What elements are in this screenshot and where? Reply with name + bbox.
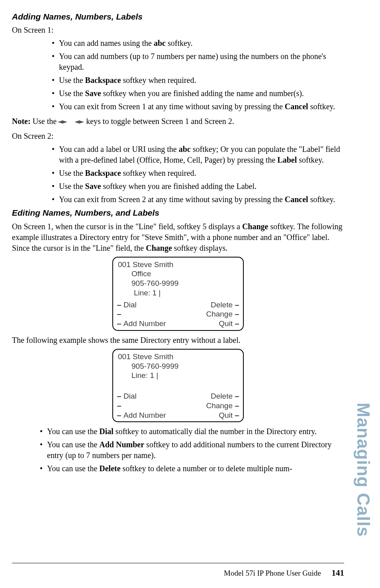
softkey-indicator-icon [117,305,121,306]
note-line: Note: Use the [12,116,344,128]
softkey-indicator-icon [235,396,239,397]
text: You can use the [47,427,99,436]
softkey-change: Change [206,401,233,410]
svg-rect-8 [76,121,77,123]
text-bold: Delete [99,464,120,473]
phone-screen-b: 001 Steve Smith 905-760-9999 Line: 1 | D… [112,349,244,423]
side-tab-text: Managing Calls [351,403,375,537]
list-item: You can use the Delete softkey to delete… [40,463,344,474]
softkey-indicator-icon [117,415,121,416]
text: Use the [59,76,85,85]
text: Use the [31,117,59,126]
text: Use the [59,169,85,177]
text-bold: Backspace [85,76,121,85]
footer-title: Model 57i IP Phone User Guide [224,569,321,577]
text: softkey when required. [121,76,196,85]
text: You can exit from Screen 1 at any time w… [59,102,285,111]
softkey-add-number: Add Number [123,411,166,419]
svg-rect-12 [81,121,82,123]
heading-adding: Adding Names, Numbers, Labels [12,11,344,22]
svg-rect-6 [66,122,67,122]
list-item: You can use the Dial softkey to automati… [40,426,344,437]
softkey-indicator-icon [235,406,239,407]
text-bold: Save [85,182,101,191]
list-item: Use the Save softkey when you are finish… [52,181,344,192]
softkey-indicator-icon [235,324,239,324]
text: Use the [59,89,85,98]
softkey-quit: Quit [219,319,233,328]
svg-rect-11 [80,121,81,123]
text: You can add a label or URI using the [59,145,179,153]
text: softkey displays. [172,244,227,252]
softkey-add-number: Add Number [123,319,166,328]
text: You can add numbers (up to 7 numbers per… [59,52,326,71]
phone-screen-a: 001 Steve Smith Office 905-760-9999 Line… [112,257,244,331]
text: softkey. [297,155,324,164]
text-bold: Cancel [285,195,308,204]
svg-rect-0 [59,122,59,122]
text: Use the [59,182,85,191]
text: keys to toggle between Screen 1 and Scre… [86,117,234,126]
screen-line: 001 Steve Smith [117,352,239,362]
editing-paragraph: On Screen 1, when the cursor is in the "… [12,221,344,254]
text: You can exit from Screen 2 at any time w… [59,195,285,204]
list-item: You can exit from Screen 2 at any time w… [52,194,344,205]
nav-right-icon [75,117,84,128]
screen-line: 001 Steve Smith [117,260,239,269]
on-screen-1-label: On Screen 1: [12,25,344,35]
softkey-quit: Quit [219,411,233,419]
screen-line: 905-760-9999 [117,279,239,288]
page-footer: Model 57i IP Phone User Guide 141 [12,563,344,578]
list-item: Use the Backspace softkey when required. [52,75,344,86]
softkey-indicator-icon [117,324,121,324]
svg-rect-9 [78,121,78,123]
svg-rect-2 [61,121,62,123]
list-item: You can add names using the abc softkey. [52,38,344,49]
text-bold: Label [277,155,297,164]
list-item: Use the Backspace softkey when required. [52,168,344,179]
text-bold: Save [85,89,101,98]
softkey-delete: Delete [211,392,233,400]
softkey-indicator-icon [117,406,121,407]
svg-rect-3 [62,120,63,124]
between-paragraph: The following example shows the same Dir… [12,335,344,346]
text: softkey when you are finished adding the… [101,89,304,98]
text-bold: abc [154,39,166,47]
svg-rect-4 [63,121,64,123]
text: softkey. [166,39,193,47]
text: softkey to delete a number or to delete … [121,464,292,473]
softkey-delete: Delete [211,301,233,309]
text-bold: Cancel [285,102,308,111]
note-prefix: Note: [12,117,31,126]
softkey-indicator-icon [235,314,239,315]
screen1-bullets: You can add names using the abc softkey.… [12,38,344,112]
text: You can use the [47,464,99,473]
softkey-indicator-icon [117,396,121,397]
softkey-dial: Dial [123,392,137,400]
softkey-indicator-icon [235,415,239,416]
text: You can use the [47,440,99,449]
list-item: Use the Save softkey when you are finish… [52,88,344,99]
text: softkey. [308,195,335,204]
text-bold: Change [242,222,268,231]
list-item: You can add numbers (up to 7 numbers per… [52,51,344,73]
screen-line: Line: 1 | [117,371,239,380]
text: You can add names using the [59,39,154,47]
list-item: You can exit from Screen 1 at any time w… [52,101,344,112]
screen-line: Line: 1 | [117,288,239,298]
softkey-indicator-icon [117,314,121,315]
screen-line: Office [117,269,239,279]
screen-line: 905-760-9999 [117,362,239,371]
heading-editing: Editing Names, Numbers, and Labels [12,207,344,218]
softkey-dial: Dial [123,301,137,309]
list-item: You can use the Add Number softkey to ad… [40,439,344,461]
svg-rect-7 [75,122,76,122]
svg-rect-13 [82,122,83,122]
svg-rect-5 [65,121,65,123]
text: softkey. [308,102,335,111]
text: softkey to automatically dial the number… [114,427,317,436]
svg-rect-10 [79,120,80,124]
text: On Screen 1, when the cursor is in the "… [12,222,242,231]
text-bold: Change [146,244,172,252]
list-item: You can add a label or URI using the abc… [52,144,344,165]
